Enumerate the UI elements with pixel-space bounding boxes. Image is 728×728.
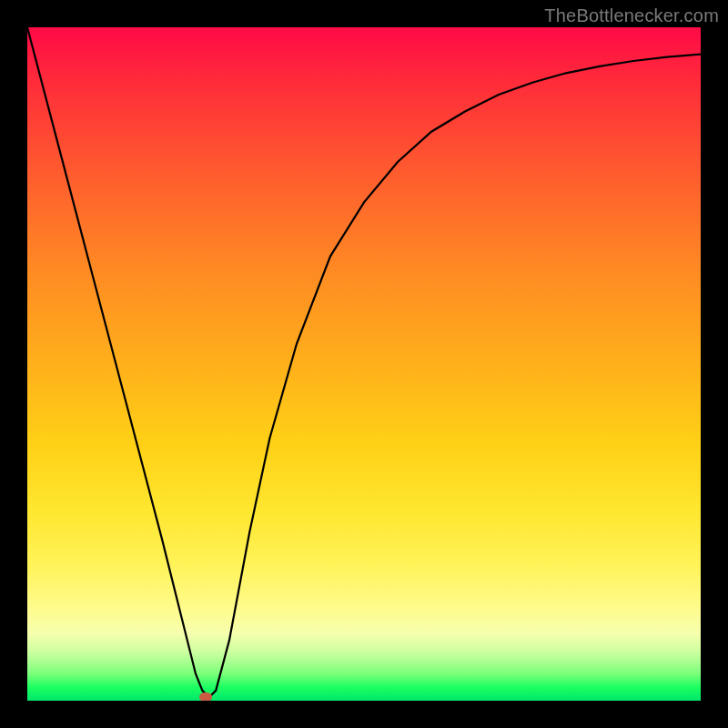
minimum-marker bbox=[199, 693, 212, 701]
curve-path bbox=[27, 27, 701, 697]
curve-svg bbox=[27, 27, 701, 701]
chart-stage: TheBottlenecker.com bbox=[0, 0, 728, 728]
attribution-text: TheBottlenecker.com bbox=[544, 5, 719, 26]
plot-area bbox=[27, 27, 701, 701]
